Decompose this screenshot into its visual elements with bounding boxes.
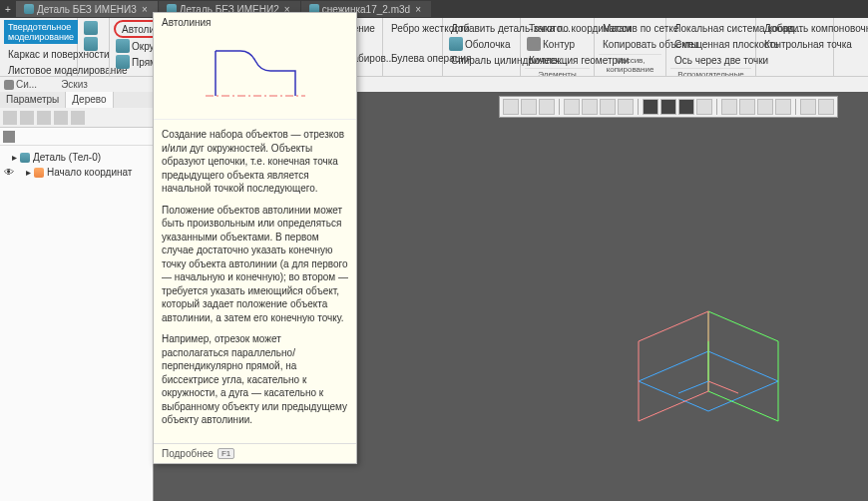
origin-icon	[34, 168, 44, 178]
contour-button[interactable]: Контур	[525, 36, 590, 52]
vp-tool-icon[interactable]	[643, 99, 658, 115]
dot-icon	[4, 80, 14, 90]
lcs-button[interactable]: Локальная система коорд...	[670, 20, 751, 36]
more-label: Подробнее	[162, 448, 214, 459]
tree-origin[interactable]: 👁 ▸ Начало координат	[4, 165, 149, 180]
add-tab-button[interactable]: +	[0, 1, 16, 17]
mode-section: Твердотельное моделирование Каркас и пов…	[0, 18, 78, 76]
sketch-button[interactable]	[82, 36, 105, 52]
tree-label: Начало координат	[47, 167, 132, 178]
sketch-group-label: Эскиз	[61, 79, 88, 90]
vp-tool-icon[interactable]	[600, 99, 616, 115]
filter-row[interactable]	[0, 128, 153, 146]
expand-icon[interactable]: ▸	[26, 167, 31, 178]
panel-tabs: Параметры Дерево	[0, 92, 153, 108]
sketch-icon	[84, 37, 98, 51]
vp-tool-icon[interactable]	[800, 99, 816, 115]
mode-selector[interactable]: Твердотельное моделирование	[4, 20, 78, 44]
document-tab[interactable]: Деталь БЕЗ ИМЕНИ3 ×	[16, 1, 158, 17]
group-label: Массив, копирование	[599, 54, 661, 74]
coordinate-planes	[619, 291, 798, 471]
shell-button[interactable]: Оболочка	[447, 36, 516, 52]
separator	[795, 99, 796, 115]
sub-toolbar: Си... Эскиз	[0, 76, 868, 92]
mode-wireframe[interactable]: Каркас и поверхности	[4, 46, 73, 62]
tree-tool-icon[interactable]	[3, 111, 17, 125]
tree-toolbar	[0, 108, 153, 128]
close-icon[interactable]: ×	[140, 4, 150, 14]
vp-tool-icon[interactable]	[539, 99, 555, 115]
array-section: Массив по сетке Копировать объекты Масси…	[595, 18, 666, 76]
tree-label: Деталь (Тел-0)	[33, 152, 101, 163]
copy-button[interactable]: Копировать объекты	[599, 36, 661, 52]
rectangle-icon	[116, 55, 130, 69]
tree-tool-icon[interactable]	[37, 111, 51, 125]
mode-sheet[interactable]: Листовое моделирование	[4, 62, 73, 76]
tree-tool-icon[interactable]	[71, 111, 85, 125]
tooltip-title: Автолиния	[154, 13, 356, 32]
tree-root[interactable]: ▸ Деталь (Тел-0)	[4, 150, 149, 165]
autoline-tooltip: Автолиния Создание набора объектов — отр…	[153, 12, 357, 464]
tooltip-para: Создание набора объектов — отрезков и/ил…	[162, 128, 348, 196]
separator	[638, 99, 639, 115]
spiral-button[interactable]: Спираль цилиндрическ...	[447, 52, 516, 68]
vp-tool-icon[interactable]	[696, 99, 712, 115]
addcomp-button[interactable]: Добавить компоновочн...	[760, 20, 829, 36]
vp-tool-icon[interactable]	[678, 99, 694, 115]
addpart-button[interactable]: Добавить деталь-загото...	[447, 20, 516, 36]
key-hint: F1	[217, 448, 234, 459]
tree-tool-icon[interactable]	[54, 111, 68, 125]
axis-button[interactable]: Ось через две точки	[670, 52, 751, 68]
vp-tool-icon[interactable]	[618, 99, 634, 115]
tree-tool-icon[interactable]	[20, 111, 34, 125]
save-button[interactable]	[82, 20, 105, 36]
circle-icon	[116, 39, 130, 53]
quick-section	[78, 18, 110, 76]
params-tab[interactable]: Параметры	[0, 92, 66, 108]
vp-tool-icon[interactable]	[721, 99, 737, 115]
vp-tool-icon[interactable]	[775, 99, 791, 115]
close-icon[interactable]: ×	[413, 4, 423, 14]
vp-tool-icon[interactable]	[660, 99, 676, 115]
tree-tab[interactable]: Дерево	[66, 92, 113, 108]
expand-icon[interactable]: ▸	[12, 152, 17, 163]
main-area: Параметры Дерево ▸ Деталь (Тел-0) 👁 ▸ На…	[0, 92, 868, 501]
eye-icon[interactable]: 👁	[4, 167, 14, 178]
sys-label: Си...	[4, 79, 49, 90]
tooltip-para: Положение объектов автолинии может быть …	[162, 204, 348, 325]
axis-y	[678, 381, 708, 393]
tooltip-diagram	[154, 32, 356, 120]
model-tree: ▸ Деталь (Тел-0) 👁 ▸ Начало координат	[0, 146, 153, 184]
component-section: Добавить компоновочн... Контрольная точк…	[756, 18, 834, 76]
shell-icon	[449, 37, 463, 51]
boolean-section: Ребро жесткости Булева операция	[383, 18, 443, 76]
rib-button[interactable]: Ребро жесткости	[387, 20, 438, 36]
vp-tool-icon[interactable]	[564, 99, 580, 115]
viewport-toolbar	[499, 96, 838, 118]
group-label: Элементы каркаса	[525, 68, 590, 76]
offsetplane-button[interactable]: Смещенная плоскость	[670, 36, 751, 52]
contour-icon	[527, 37, 541, 51]
tooltip-footer: Подробнее F1	[154, 443, 356, 463]
tab-label: Деталь БЕЗ ИМЕНИ3	[37, 4, 137, 15]
collection-button[interactable]: Коллекция геометрии	[525, 52, 590, 68]
vp-tool-icon[interactable]	[739, 99, 755, 115]
vp-tool-icon[interactable]	[503, 99, 519, 115]
axis-x	[708, 381, 738, 393]
save-icon	[84, 21, 98, 35]
frame-section: Точка по координатам Контур Коллекция ге…	[521, 18, 595, 76]
ctrlpt-button[interactable]: Контрольная точка	[760, 36, 829, 52]
ribbon-toolbar: Твердотельное моделирование Каркас и пов…	[0, 18, 868, 76]
vp-tool-icon[interactable]	[818, 99, 834, 115]
aux-section: Локальная система коорд... Смещенная пло…	[666, 18, 756, 76]
document-tabs: + Деталь БЕЗ ИМЕНИ3 × Деталь БЕЗ ИМЕНИ2 …	[0, 0, 868, 18]
vp-tool-icon[interactable]	[757, 99, 773, 115]
boolean-button[interactable]: Булева операция	[387, 50, 438, 66]
point-button[interactable]: Точка по координатам	[525, 20, 590, 36]
group-label: Вспомогательные объекты	[670, 68, 751, 76]
filter-icon	[3, 131, 15, 143]
vp-tool-icon[interactable]	[521, 99, 537, 115]
tooltip-para: Например, отрезок может располагаться па…	[162, 332, 348, 427]
vp-tool-icon[interactable]	[582, 99, 598, 115]
array-button[interactable]: Массив по сетке	[599, 20, 661, 36]
